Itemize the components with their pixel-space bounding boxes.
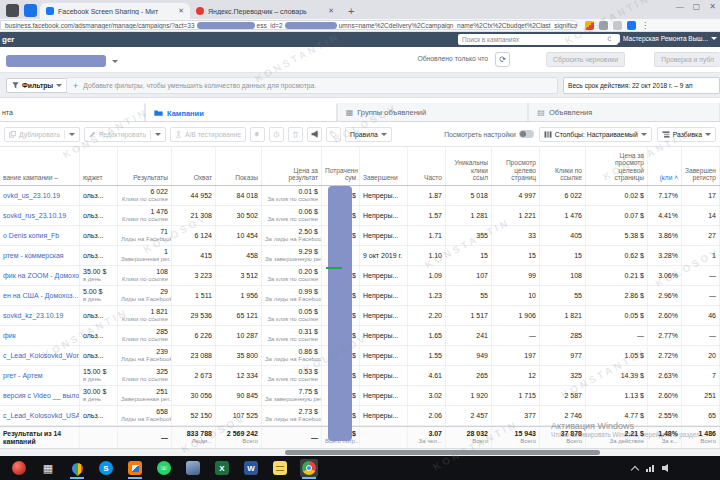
boost-button[interactable] xyxy=(307,127,322,142)
filters-button[interactable]: Фильтры xyxy=(6,78,68,93)
column-header-impressions[interactable]: Показы xyxy=(216,147,262,185)
tab-ad-sets[interactable]: ▦ Группы объявлений xyxy=(337,103,529,121)
pinned-tab-icon[interactable] xyxy=(24,4,37,17)
column-header-cplpv[interactable]: Цена за просмотр целевой страницы xyxy=(586,147,648,185)
add-filters-input[interactable]: + Добавьте фильтры, чтобы уменьшить коли… xyxy=(66,77,558,94)
taskbar-excel[interactable]: X xyxy=(213,459,231,477)
cell-name[interactable]: sovkd_kz_23.10.19 xyxy=(0,306,80,325)
view-settings-toggle[interactable]: Посмотреть настройки xyxy=(444,130,534,138)
campaign-name-link[interactable]: c_Lead_Kolosovkd_USA xyxy=(3,412,76,420)
review-publish-button[interactable]: Проверка и публ xyxy=(654,52,720,67)
column-header-spent[interactable]: Потраченн сум xyxy=(322,147,360,185)
breakdown-button[interactable]: Разбивка xyxy=(657,127,716,142)
volume-icon[interactable] xyxy=(662,464,668,472)
taskbar-blue-app[interactable] xyxy=(184,459,202,477)
extension-icon[interactable] xyxy=(613,21,622,30)
cell-name[interactable]: c_Lead_Kolosovkd_USA xyxy=(0,406,80,425)
chevron-up-icon[interactable] xyxy=(631,465,639,473)
table-row[interactable]: c_Lead_Kolosovkd_Wor...ольз...239Лиды на… xyxy=(0,346,720,366)
account-menu[interactable]: Мастерская Ремонта Выш... xyxy=(611,34,717,43)
cell-name[interactable]: ен на США - Домохоз... xyxy=(0,286,80,305)
taskbar-orange-app[interactable] xyxy=(126,459,144,477)
browser-menu-icon[interactable]: ⋮ xyxy=(641,21,649,30)
cell-name[interactable]: sovkd_rus_23.10.19 xyxy=(0,206,80,225)
table-row[interactable]: фик на ZOOM - Домохо...35.00 $в день108К… xyxy=(0,266,720,286)
table-row[interactable]: о Denis копия_Fbольз...71Лиды на Faceboo… xyxy=(0,226,720,246)
table-row[interactable]: фикольз...285Клики по ссылке6 22610 2870… xyxy=(0,326,720,346)
network-icon[interactable] xyxy=(646,465,654,472)
column-header-frequency[interactable]: Часто xyxy=(408,147,446,185)
campaign-name-link[interactable]: о Denis копия_Fb xyxy=(3,232,76,240)
columns-button[interactable]: Столбцы: Настраиваемый xyxy=(539,127,652,142)
taskbar-maps[interactable] xyxy=(68,459,86,477)
close-window-icon[interactable]: ✕ xyxy=(709,2,716,11)
cell-name[interactable]: ртем - коммерская xyxy=(0,246,80,265)
horizontal-scrollbar[interactable] xyxy=(0,448,720,456)
column-header-cpr[interactable]: Цена за результат xyxy=(262,147,322,185)
taskbar-notes[interactable] xyxy=(271,459,289,477)
taskbar-skype[interactable]: S xyxy=(97,459,115,477)
column-header-registrations[interactable]: Завершен регистр xyxy=(682,147,720,185)
discard-drafts-button[interactable]: Сбросить черновики xyxy=(546,52,625,67)
column-header-lpv[interactable]: Просмотр целево страниц xyxy=(492,147,540,185)
table-row[interactable]: ргет - Артем15.00 $в день325Клики по ссы… xyxy=(0,366,720,386)
campaign-name-link[interactable]: sovkd_kz_23.10.19 xyxy=(3,312,76,320)
extension-icon[interactable] xyxy=(585,21,594,30)
date-range-selector[interactable]: Весь срок действия: 22 окт 2018 г. – 9 а… xyxy=(563,77,720,94)
toggle-off[interactable] xyxy=(519,130,534,138)
campaign-name-link[interactable]: версия с Video __ выло... xyxy=(3,392,76,400)
cell-name[interactable]: ovkd_us_23.10.19 xyxy=(0,186,80,205)
column-header-reach[interactable]: Охват xyxy=(172,147,216,185)
cell-name[interactable]: о Denis копия_Fb xyxy=(0,226,80,245)
minimize-icon[interactable]: — xyxy=(676,2,684,11)
table-row[interactable]: ен на США - Домохоз...5.00 $в день29Лиды… xyxy=(0,286,720,306)
column-header-link_clicks[interactable]: Клики по ссылке xyxy=(540,147,586,185)
cell-name[interactable]: фик на ZOOM - Домохо... xyxy=(0,266,80,285)
cell-name[interactable]: ргет - Артем xyxy=(0,366,80,385)
campaign-name-link[interactable]: c_Lead_Kolosovkd_Wor... xyxy=(3,352,76,360)
table-row[interactable]: ovkd_us_23.10.19ольз...6 022Клики по ссы… xyxy=(0,186,720,206)
taskbar-whatsapp[interactable]: ☏ xyxy=(155,459,173,477)
taskbar-calculator[interactable]: ▦ xyxy=(39,459,57,477)
rules-button[interactable]: Правила xyxy=(345,127,392,142)
browser-tab-yandex[interactable]: Яндекс.Переводчик – словарь ✕ xyxy=(190,3,340,19)
column-header-unique_clicks[interactable]: Уникальны клики ссыл xyxy=(446,147,492,185)
close-tab-icon[interactable]: ✕ xyxy=(178,7,184,15)
browser-tab-facebook[interactable]: Facebook Screen Sharing - Мит ✕ xyxy=(40,3,190,19)
scrollbar-thumb[interactable] xyxy=(285,450,600,455)
new-tab-button[interactable]: + xyxy=(348,5,354,19)
column-header-end[interactable]: Завершени xyxy=(360,147,408,185)
extension-icon[interactable] xyxy=(599,21,608,30)
taskbar-word[interactable]: W xyxy=(242,459,260,477)
campaign-name-link[interactable]: ртем - коммерская xyxy=(3,252,76,260)
table-row[interactable]: sovkd_kz_23.10.19ольз...1 821Клики по сс… xyxy=(0,306,720,326)
ad-account-selector-redacted[interactable] xyxy=(6,55,106,67)
campaign-name-link[interactable]: ен на США - Домохоз... xyxy=(3,292,76,300)
duplicate-button[interactable]: Дублировать xyxy=(4,127,80,142)
maximize-icon[interactable]: ▢ xyxy=(693,2,701,11)
edit-button[interactable]: Редактировать xyxy=(84,127,166,142)
campaign-name-link[interactable]: ovkd_us_23.10.19 xyxy=(3,192,76,200)
taskbar-red-app[interactable] xyxy=(10,459,28,477)
chevron-down-icon[interactable] xyxy=(112,60,118,63)
campaign-name-link[interactable]: sovkd_rus_23.10.19 xyxy=(3,212,76,220)
table-row[interactable]: версия с Video __ выло...30.00 $в день25… xyxy=(0,386,720,406)
campaign-name-link[interactable]: ргет - Артем xyxy=(3,372,76,380)
tag-button[interactable] xyxy=(326,127,341,142)
extension-icon[interactable] xyxy=(627,21,636,30)
history-button[interactable] xyxy=(269,127,284,142)
table-row[interactable]: sovkd_rus_23.10.19ольз...1 476Клики по с… xyxy=(0,206,720,226)
cell-name[interactable]: фик xyxy=(0,326,80,345)
pin-button[interactable] xyxy=(250,127,265,142)
cell-name[interactable]: версия с Video __ выло... xyxy=(0,386,80,405)
close-tab-icon[interactable]: ✕ xyxy=(328,7,334,15)
table-row[interactable]: ртем - коммерскаяольз...1Завершенная рег… xyxy=(0,246,720,266)
address-bar[interactable]: business.facebook.com/adsmanager/manage/… xyxy=(0,20,578,30)
column-header-budget[interactable]: юджет xyxy=(80,147,118,185)
campaign-name-link[interactable]: фик на ZOOM - Домохо... xyxy=(3,272,76,280)
campaign-name-link[interactable]: фик xyxy=(3,332,76,340)
pinned-tab-icon[interactable] xyxy=(6,4,19,17)
taskbar-chrome[interactable] xyxy=(300,459,318,477)
tab-campaigns[interactable]: Кампании xyxy=(145,103,337,121)
table-row[interactable]: c_Lead_Kolosovkd_USAольз...658Лиды на Fa… xyxy=(0,406,720,426)
